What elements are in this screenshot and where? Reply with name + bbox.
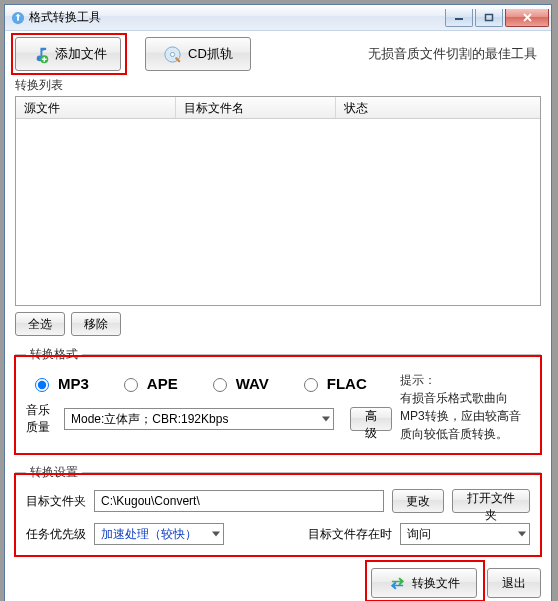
add-file-label: 添加文件 — [55, 45, 107, 63]
exit-button[interactable]: 退出 — [487, 568, 541, 598]
priority-combo[interactable] — [94, 523, 224, 545]
format-hint: 提示： 有损音乐格式歌曲向MP3转换，应由较高音质向较低音质转换。 — [400, 371, 530, 443]
titlebar: 格式转换工具 — [5, 5, 551, 31]
format-radios: MP3 APE WAV FLAC — [26, 371, 392, 402]
exists-combo[interactable] — [400, 523, 530, 545]
exists-label: 目标文件存在时 — [308, 526, 392, 543]
settings-legend: 转换设置 — [26, 464, 82, 481]
format-legend: 转换格式 — [26, 346, 82, 363]
list-buttons: 全选 移除 — [15, 312, 541, 336]
radio-wav-input[interactable] — [213, 378, 227, 392]
remove-button[interactable]: 移除 — [71, 312, 121, 336]
col-source[interactable]: 源文件 — [16, 97, 176, 118]
app-window: 格式转换工具 添加文件 CD抓轨 无损音质文件切割的最佳工具 转换列表 源文件 … — [4, 4, 552, 601]
hint-body: 有损音乐格式歌曲向MP3转换，应由较高音质向较低音质转换。 — [400, 391, 521, 441]
window-controls — [445, 9, 549, 27]
col-target[interactable]: 目标文件名 — [176, 97, 336, 118]
quality-label: 音乐质量 — [26, 402, 58, 436]
app-icon — [11, 11, 25, 25]
cd-icon — [163, 45, 182, 64]
change-folder-button[interactable]: 更改 — [392, 489, 444, 513]
client-area: 添加文件 CD抓轨 无损音质文件切割的最佳工具 转换列表 源文件 目标文件名 状… — [5, 31, 551, 601]
svg-point-5 — [171, 52, 175, 56]
settings-group: 转换设置 目标文件夹 更改 打开文件夹 任务优先级 目标文件存在时 — [15, 464, 541, 556]
close-button[interactable] — [505, 9, 549, 27]
quality-combo[interactable] — [64, 408, 334, 430]
maximize-button[interactable] — [475, 9, 503, 27]
priority-label: 任务优先级 — [26, 526, 86, 543]
radio-ape[interactable]: APE — [119, 375, 178, 392]
convert-list-title: 转换列表 — [15, 77, 541, 94]
slogan-text: 无损音质文件切割的最佳工具 — [368, 46, 541, 63]
target-folder-label: 目标文件夹 — [26, 493, 86, 510]
advanced-button[interactable]: 高级 — [350, 407, 392, 431]
radio-mp3[interactable]: MP3 — [30, 375, 89, 392]
svg-rect-1 — [455, 18, 463, 20]
radio-mp3-input[interactable] — [35, 378, 49, 392]
convert-button[interactable]: 转换文件 — [371, 568, 477, 598]
select-all-button[interactable]: 全选 — [15, 312, 65, 336]
radio-flac-input[interactable] — [304, 378, 318, 392]
radio-ape-input[interactable] — [124, 378, 138, 392]
hint-title: 提示： — [400, 373, 436, 387]
convert-icon — [389, 575, 406, 592]
add-file-button[interactable]: 添加文件 — [15, 37, 121, 71]
format-group: 转换格式 MP3 APE WAV FLAC 音乐质量 高级 — [15, 346, 541, 454]
window-title: 格式转换工具 — [29, 9, 445, 26]
radio-flac[interactable]: FLAC — [299, 375, 367, 392]
music-plus-icon — [30, 45, 49, 64]
convert-label: 转换文件 — [412, 575, 460, 592]
list-header: 源文件 目标文件名 状态 — [16, 97, 540, 119]
footer: 转换文件 退出 — [15, 566, 541, 598]
target-folder-input[interactable] — [94, 490, 384, 512]
open-folder-button[interactable]: 打开文件夹 — [452, 489, 530, 513]
radio-wav[interactable]: WAV — [208, 375, 269, 392]
svg-rect-2 — [486, 14, 493, 20]
cd-rip-button[interactable]: CD抓轨 — [145, 37, 251, 71]
cd-rip-label: CD抓轨 — [188, 45, 233, 63]
col-status[interactable]: 状态 — [336, 97, 540, 118]
top-toolbar: 添加文件 CD抓轨 无损音质文件切割的最佳工具 — [15, 37, 541, 71]
minimize-button[interactable] — [445, 9, 473, 27]
convert-list[interactable]: 源文件 目标文件名 状态 — [15, 96, 541, 306]
